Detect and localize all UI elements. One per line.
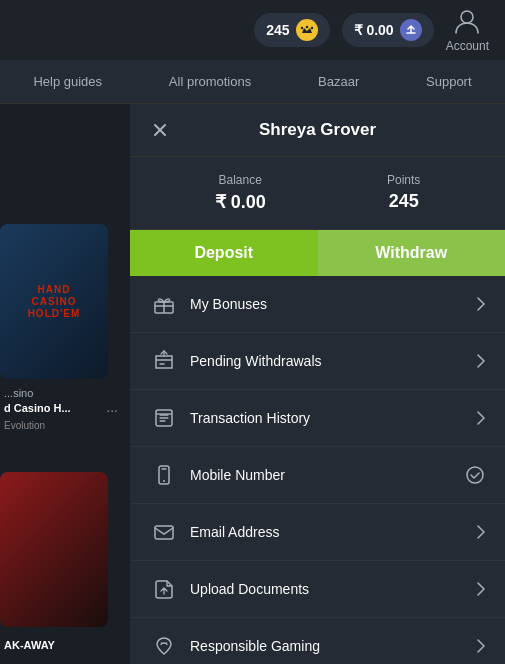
responsible-gaming-label: Responsible Gaming xyxy=(190,638,477,654)
points-value: 245 xyxy=(389,191,419,212)
game-dots[interactable]: ··· xyxy=(106,402,118,418)
transactions-icon xyxy=(150,404,178,432)
withdrawals-arrow-icon xyxy=(477,354,485,368)
menu-item-withdrawals[interactable]: Pending Withdrawals xyxy=(130,333,505,390)
account-button[interactable]: Account xyxy=(446,7,489,53)
account-avatar-icon xyxy=(452,7,482,37)
svg-point-10 xyxy=(161,642,163,644)
upload-docs-arrow-icon xyxy=(477,582,485,596)
responsible-gaming-arrow-icon xyxy=(477,639,485,653)
game-card-2 xyxy=(0,472,108,627)
transactions-label: Transaction History xyxy=(190,410,477,426)
responsible-gaming-icon xyxy=(150,632,178,660)
balance-label: Balance xyxy=(218,173,261,187)
menu-item-transactions[interactable]: Transaction History xyxy=(130,390,505,447)
nav-bazaar[interactable]: Bazaar xyxy=(306,74,371,89)
action-buttons: Deposit Withdraw xyxy=(130,230,505,276)
game-1-label: ...sino xyxy=(4,387,33,399)
withdrawals-icon xyxy=(150,347,178,375)
svg-point-2 xyxy=(305,26,307,28)
bonuses-label: My Bonuses xyxy=(190,296,477,312)
svg-rect-9 xyxy=(155,526,173,539)
balance-item: Balance ₹ 0.00 xyxy=(215,173,266,213)
email-label: Email Address xyxy=(190,524,477,540)
withdrawals-label: Pending Withdrawals xyxy=(190,353,477,369)
menu-item-upload-docs[interactable]: Upload Documents xyxy=(130,561,505,618)
account-dropdown-panel: Shreya Grover Balance ₹ 0.00 Points 245 … xyxy=(130,104,505,664)
withdraw-button[interactable]: Withdraw xyxy=(318,230,506,276)
game-1-name: d Casino H... xyxy=(4,402,71,414)
mobile-label: Mobile Number xyxy=(190,467,465,483)
crown-icon xyxy=(296,19,318,41)
email-arrow-icon xyxy=(477,525,485,539)
bonuses-icon xyxy=(150,290,178,318)
svg-point-1 xyxy=(310,27,312,29)
top-bar: 245 ₹ 0.00 Account xyxy=(0,0,505,60)
background-content: HANDCASINOHOLD'EM ...sino d Casino H... … xyxy=(0,104,130,664)
menu-item-bonuses[interactable]: My Bonuses xyxy=(130,276,505,333)
bonuses-arrow-icon xyxy=(477,297,485,311)
panel-header: Shreya Grover xyxy=(130,104,505,157)
menu-list: My Bonuses Pending Withdrawals xyxy=(130,276,505,664)
svg-point-3 xyxy=(461,11,473,23)
nav-bar: Help guides All promotions Bazaar Suppor… xyxy=(0,60,505,104)
svg-point-7 xyxy=(163,480,165,482)
menu-item-responsible-gaming[interactable]: Responsible Gaming xyxy=(130,618,505,664)
points-item: Points 245 xyxy=(387,173,420,213)
balance-amount: ₹ 0.00 xyxy=(215,191,266,213)
upload-docs-icon xyxy=(150,575,178,603)
mobile-check-icon xyxy=(465,465,485,485)
coins-badge[interactable]: 245 xyxy=(254,13,329,47)
svg-point-11 xyxy=(166,642,168,644)
menu-item-mobile[interactable]: Mobile Number xyxy=(130,447,505,504)
game-card-1-title: HANDCASINOHOLD'EM xyxy=(24,280,85,324)
nav-help-guides[interactable]: Help guides xyxy=(21,74,114,89)
game-1-provider: Evolution xyxy=(4,420,45,431)
svg-point-0 xyxy=(300,27,302,29)
account-label: Account xyxy=(446,39,489,53)
deposit-button[interactable]: Deposit xyxy=(130,230,318,276)
transactions-arrow-icon xyxy=(477,411,485,425)
points-label: Points xyxy=(387,173,420,187)
game-card-1: HANDCASINOHOLD'EM xyxy=(0,224,108,379)
deposit-icon xyxy=(400,19,422,41)
close-button[interactable] xyxy=(146,116,174,144)
email-icon xyxy=(150,518,178,546)
panel-username: Shreya Grover xyxy=(259,120,376,140)
menu-item-email[interactable]: Email Address xyxy=(130,504,505,561)
nav-support[interactable]: Support xyxy=(414,74,484,89)
upload-docs-label: Upload Documents xyxy=(190,581,477,597)
coins-value: 245 xyxy=(266,22,289,38)
balance-badge[interactable]: ₹ 0.00 xyxy=(342,13,434,47)
nav-all-promotions[interactable]: All promotions xyxy=(157,74,263,89)
mobile-icon xyxy=(150,461,178,489)
svg-point-8 xyxy=(467,467,483,483)
balance-section: Balance ₹ 0.00 Points 245 xyxy=(130,157,505,230)
game-2-name: AK-AWAY xyxy=(4,639,55,651)
balance-value: ₹ 0.00 xyxy=(354,22,394,38)
